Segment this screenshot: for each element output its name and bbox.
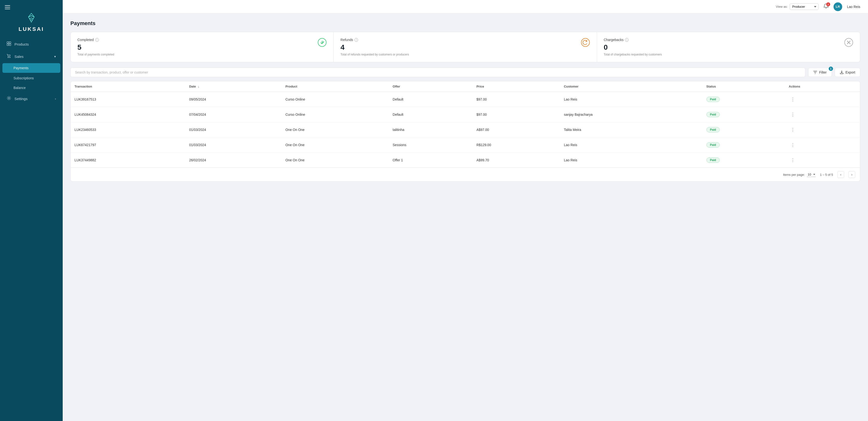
stat-desc-chargebacks: Total of chargebacks requested by custom… <box>604 53 853 56</box>
filter-label: Filter <box>819 70 827 74</box>
cell-price: R$129.00 <box>472 138 560 153</box>
actions-button[interactable]: ⋮ <box>789 111 797 118</box>
settings-icon <box>7 96 11 101</box>
nav-menu: Products Sales ▾ Payments Subscriptions … <box>0 38 63 421</box>
svg-point-6 <box>8 97 10 99</box>
col-price: Price <box>472 81 560 92</box>
cell-actions: ⋮ <box>785 107 860 122</box>
stat-desc-refunds: Total of refunds requested by customers … <box>340 53 590 56</box>
sidebar-item-products[interactable]: Products <box>0 38 63 51</box>
stat-card-refunds: Refunds i 4 Total of refunds requested b… <box>334 32 597 62</box>
svg-point-9 <box>581 38 590 47</box>
main-content: View as: Producer Affiliate Student 2 LR… <box>63 0 868 421</box>
cell-transaction: LUK39167513 <box>71 92 185 107</box>
cell-offer: Default <box>389 92 472 107</box>
pagination-prev[interactable]: ‹ <box>837 171 844 178</box>
cell-actions: ⋮ <box>785 92 860 107</box>
pagination-info: 1 – 5 of 5 <box>820 173 833 177</box>
table-row: LUK67421797 01/03/2024 One On One Sessio… <box>71 138 860 153</box>
sidebar-item-sales[interactable]: Sales ▾ <box>0 51 63 63</box>
hamburger-menu[interactable] <box>5 5 10 9</box>
stat-info-icon-refunds[interactable]: i <box>354 38 358 42</box>
cell-price: $97.00 <box>472 92 560 107</box>
stat-info-icon-chargebacks[interactable]: i <box>625 38 628 42</box>
stats-row: Completed i 5 Total of payments complete… <box>70 32 860 62</box>
table-row: LUK23460533 01/03/2024 One On One taliti… <box>71 122 860 138</box>
sidebar-sub-label-balance: Balance <box>13 86 26 90</box>
export-button[interactable]: Export <box>835 68 860 77</box>
stat-label-chargebacks: Chargebacks i <box>604 38 853 42</box>
filter-badge: 1 <box>829 66 833 71</box>
notification-bell[interactable]: 2 <box>824 3 829 10</box>
cell-status: Paid <box>703 92 785 107</box>
actions-button[interactable]: ⋮ <box>789 126 797 133</box>
svg-rect-0 <box>7 42 9 43</box>
stat-info-icon-completed[interactable]: i <box>95 38 99 42</box>
stat-value-refunds: 4 <box>340 43 590 51</box>
cell-product: One On One <box>282 153 389 168</box>
cell-customer: Talita Meira <box>560 122 703 138</box>
svg-point-5 <box>10 57 10 58</box>
cell-date: 01/03/2024 <box>185 138 281 153</box>
cell-product: One On One <box>282 122 389 138</box>
cell-customer: Lao Reis <box>560 92 703 107</box>
cell-product: One On One <box>282 138 389 153</box>
col-product: Product <box>282 81 389 92</box>
sidebar-item-subscriptions[interactable]: Subscriptions <box>0 73 63 83</box>
sidebar-item-settings[interactable]: Settings › <box>0 93 63 105</box>
cell-actions: ⋮ <box>785 138 860 153</box>
sidebar: LUKSAI Products Sales ▾ Payments Subscri… <box>0 0 63 421</box>
sidebar-item-label-products: Products <box>14 42 29 46</box>
cell-price: A$99.70 <box>472 153 560 168</box>
per-page-select[interactable]: 10 25 50 <box>807 172 816 177</box>
avatar: LR <box>834 2 842 11</box>
stat-card-chargebacks: Chargebacks i 0 Total of chargebacks req… <box>597 32 860 62</box>
table-row: LUK39167513 09/05/2024 Curso Online Defa… <box>71 92 860 107</box>
chargebacks-icon <box>844 38 853 49</box>
view-as-container: View as: Producer Affiliate Student <box>776 3 818 10</box>
col-date[interactable]: Date ↓ <box>185 81 281 92</box>
stat-card-completed: Completed i 5 Total of payments complete… <box>71 32 334 62</box>
stat-value-chargebacks: 0 <box>604 43 853 51</box>
header: View as: Producer Affiliate Student 2 LR… <box>63 0 868 13</box>
logo-area: LUKSAI <box>0 4 63 38</box>
view-as-label: View as: <box>776 5 788 8</box>
settings-arrow-icon: › <box>55 97 56 100</box>
cell-status: Paid <box>703 153 785 168</box>
cell-status: Paid <box>703 107 785 122</box>
sales-arrow-icon: ▾ <box>54 55 56 58</box>
products-icon <box>7 41 11 47</box>
pagination-next[interactable]: › <box>848 171 855 178</box>
sidebar-item-balance[interactable]: Balance <box>0 83 63 93</box>
page-title: Payments <box>70 20 860 27</box>
cell-transaction: LUK37449882 <box>71 153 185 168</box>
cell-offer: Sessions <box>389 138 472 153</box>
notification-badge: 2 <box>826 2 830 6</box>
cell-transaction: LUK45084324 <box>71 107 185 122</box>
actions-button[interactable]: ⋮ <box>789 156 797 164</box>
logo-text: LUKSAI <box>19 26 44 32</box>
stat-value-completed: 5 <box>78 43 327 51</box>
cell-customer: sanjay Bajracharya <box>560 107 703 122</box>
search-input-wrap <box>70 67 805 77</box>
sidebar-item-payments[interactable]: Payments <box>2 63 60 73</box>
stat-label-completed: Completed i <box>78 38 327 42</box>
table-footer: Items per page: 10 25 50 1 – 5 of 5 ‹ › <box>71 168 860 181</box>
filter-button[interactable]: Filter 1 <box>808 68 832 77</box>
col-transaction: Transaction <box>71 81 185 92</box>
table-row: LUK37449882 26/02/2024 One On One Offer … <box>71 153 860 168</box>
cell-date: 01/03/2024 <box>185 122 281 138</box>
actions-button[interactable]: ⋮ <box>789 141 797 149</box>
cell-product: Curso Online <box>282 107 389 122</box>
actions-button[interactable]: ⋮ <box>789 96 797 103</box>
username: Lao Reis <box>847 5 860 9</box>
col-status: Status <box>703 81 785 92</box>
cell-status: Paid <box>703 122 785 138</box>
search-input[interactable] <box>70 67 805 77</box>
view-as-select[interactable]: Producer Affiliate Student <box>789 3 818 10</box>
cell-transaction: LUK23460533 <box>71 122 185 138</box>
col-customer: Customer <box>560 81 703 92</box>
svg-rect-1 <box>9 42 11 43</box>
cell-date: 09/05/2024 <box>185 92 281 107</box>
cell-transaction: LUK67421797 <box>71 138 185 153</box>
